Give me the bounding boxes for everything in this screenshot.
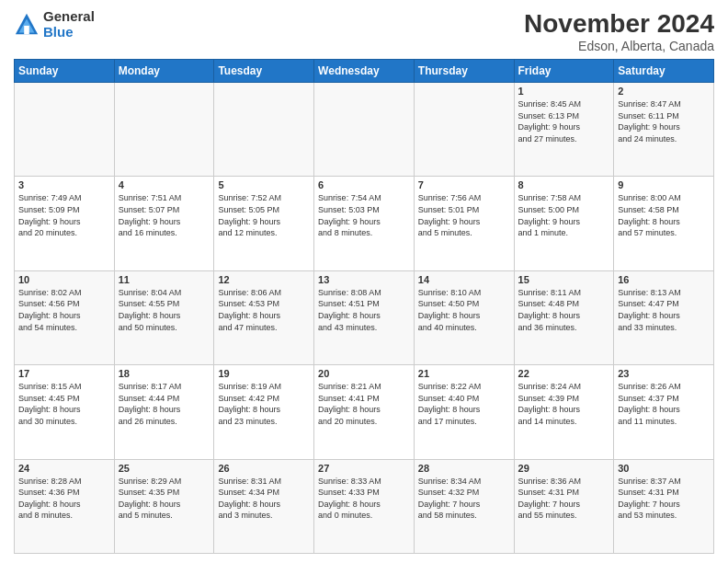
day-number: 13: [318, 274, 410, 285]
day-number: 26: [218, 463, 310, 474]
day-cell: 1Sunrise: 8:45 AM Sunset: 6:13 PM Daylig…: [514, 83, 614, 177]
day-cell: 30Sunrise: 8:37 AM Sunset: 4:31 PM Dayli…: [614, 459, 714, 553]
day-number: 27: [318, 463, 410, 474]
day-number: 29: [518, 463, 610, 474]
day-cell: 10Sunrise: 8:02 AM Sunset: 4:56 PM Dayli…: [15, 270, 115, 364]
day-cell: 15Sunrise: 8:11 AM Sunset: 4:48 PM Dayli…: [514, 270, 614, 364]
day-number: 17: [18, 368, 110, 379]
day-info: Sunrise: 8:31 AM Sunset: 4:34 PM Dayligh…: [218, 476, 310, 522]
day-info: Sunrise: 7:49 AM Sunset: 5:09 PM Dayligh…: [18, 192, 110, 238]
week-row-5: 24Sunrise: 8:28 AM Sunset: 4:36 PM Dayli…: [15, 459, 714, 553]
day-number: 20: [318, 368, 410, 379]
day-number: 30: [618, 463, 710, 474]
logo-icon: [14, 12, 40, 38]
day-cell: 16Sunrise: 8:13 AM Sunset: 4:47 PM Dayli…: [614, 270, 714, 364]
day-cell: 21Sunrise: 8:22 AM Sunset: 4:40 PM Dayli…: [414, 365, 514, 459]
page: General Blue November 2024 Edson, Albert…: [0, 0, 728, 563]
day-info: Sunrise: 8:19 AM Sunset: 4:42 PM Dayligh…: [218, 381, 310, 427]
day-number: 8: [518, 179, 610, 190]
day-info: Sunrise: 8:47 AM Sunset: 6:11 PM Dayligh…: [618, 98, 710, 144]
day-number: 16: [618, 274, 710, 285]
day-info: Sunrise: 8:04 AM Sunset: 4:55 PM Dayligh…: [119, 287, 210, 333]
day-cell: [214, 83, 314, 177]
weekday-friday: Friday: [514, 60, 614, 83]
day-cell: 17Sunrise: 8:15 AM Sunset: 4:45 PM Dayli…: [15, 365, 115, 459]
day-info: Sunrise: 8:10 AM Sunset: 4:50 PM Dayligh…: [418, 287, 510, 333]
day-info: Sunrise: 8:22 AM Sunset: 4:40 PM Dayligh…: [418, 381, 510, 427]
day-info: Sunrise: 8:02 AM Sunset: 4:56 PM Dayligh…: [18, 287, 110, 333]
weekday-wednesday: Wednesday: [314, 60, 415, 83]
calendar: SundayMondayTuesdayWednesdayThursdayFrid…: [14, 59, 714, 554]
day-number: 21: [418, 368, 510, 379]
day-info: Sunrise: 8:06 AM Sunset: 4:53 PM Dayligh…: [218, 287, 310, 333]
day-info: Sunrise: 8:45 AM Sunset: 6:13 PM Dayligh…: [518, 98, 610, 144]
day-info: Sunrise: 8:15 AM Sunset: 4:45 PM Dayligh…: [18, 381, 110, 427]
day-number: 4: [119, 179, 210, 190]
day-number: 10: [18, 274, 110, 285]
day-number: 23: [618, 368, 710, 379]
calendar-table: SundayMondayTuesdayWednesdayThursdayFrid…: [14, 59, 714, 554]
day-cell: 2Sunrise: 8:47 AM Sunset: 6:11 PM Daylig…: [614, 83, 714, 177]
week-row-3: 10Sunrise: 8:02 AM Sunset: 4:56 PM Dayli…: [15, 270, 714, 364]
day-cell: 9Sunrise: 8:00 AM Sunset: 4:58 PM Daylig…: [614, 177, 714, 270]
day-info: Sunrise: 7:56 AM Sunset: 5:01 PM Dayligh…: [418, 192, 510, 238]
day-number: 2: [618, 86, 710, 97]
weekday-monday: Monday: [114, 60, 214, 83]
logo-text: General Blue: [43, 9, 95, 40]
day-number: 18: [119, 368, 210, 379]
day-cell: 12Sunrise: 8:06 AM Sunset: 4:53 PM Dayli…: [214, 270, 314, 364]
day-info: Sunrise: 7:58 AM Sunset: 5:00 PM Dayligh…: [518, 192, 610, 238]
weekday-sunday: Sunday: [15, 60, 115, 83]
day-info: Sunrise: 8:37 AM Sunset: 4:31 PM Dayligh…: [618, 476, 710, 522]
day-number: 22: [518, 368, 610, 379]
day-cell: 7Sunrise: 7:56 AM Sunset: 5:01 PM Daylig…: [414, 177, 514, 270]
day-cell: 5Sunrise: 7:52 AM Sunset: 5:05 PM Daylig…: [214, 177, 314, 270]
day-cell: 27Sunrise: 8:33 AM Sunset: 4:33 PM Dayli…: [314, 459, 415, 553]
day-number: 11: [119, 274, 210, 285]
calendar-body: 1Sunrise: 8:45 AM Sunset: 6:13 PM Daylig…: [15, 83, 714, 554]
weekday-saturday: Saturday: [614, 60, 714, 83]
day-number: 28: [418, 463, 510, 474]
day-info: Sunrise: 8:17 AM Sunset: 4:44 PM Dayligh…: [119, 381, 210, 427]
day-cell: 13Sunrise: 8:08 AM Sunset: 4:51 PM Dayli…: [314, 270, 415, 364]
calendar-header: SundayMondayTuesdayWednesdayThursdayFrid…: [15, 60, 714, 83]
day-cell: [414, 83, 514, 177]
day-cell: 14Sunrise: 8:10 AM Sunset: 4:50 PM Dayli…: [414, 270, 514, 364]
day-number: 5: [218, 179, 310, 190]
weekday-tuesday: Tuesday: [214, 60, 314, 83]
week-row-4: 17Sunrise: 8:15 AM Sunset: 4:45 PM Dayli…: [15, 365, 714, 459]
day-info: Sunrise: 8:24 AM Sunset: 4:39 PM Dayligh…: [518, 381, 610, 427]
day-cell: 11Sunrise: 8:04 AM Sunset: 4:55 PM Dayli…: [114, 270, 214, 364]
weekday-row: SundayMondayTuesdayWednesdayThursdayFrid…: [15, 60, 714, 83]
day-cell: 22Sunrise: 8:24 AM Sunset: 4:39 PM Dayli…: [514, 365, 614, 459]
location: Edson, Alberta, Canada: [524, 39, 714, 53]
day-number: 19: [218, 368, 310, 379]
day-number: 1: [518, 86, 610, 97]
day-info: Sunrise: 8:28 AM Sunset: 4:36 PM Dayligh…: [18, 476, 110, 522]
week-row-2: 3Sunrise: 7:49 AM Sunset: 5:09 PM Daylig…: [15, 177, 714, 270]
day-cell: 25Sunrise: 8:29 AM Sunset: 4:35 PM Dayli…: [114, 459, 214, 553]
svg-rect-2: [24, 25, 29, 33]
day-info: Sunrise: 8:34 AM Sunset: 4:32 PM Dayligh…: [418, 476, 510, 522]
day-cell: 23Sunrise: 8:26 AM Sunset: 4:37 PM Dayli…: [614, 365, 714, 459]
day-info: Sunrise: 8:08 AM Sunset: 4:51 PM Dayligh…: [318, 287, 410, 333]
day-number: 14: [418, 274, 510, 285]
day-cell: 28Sunrise: 8:34 AM Sunset: 4:32 PM Dayli…: [414, 459, 514, 553]
day-cell: 6Sunrise: 7:54 AM Sunset: 5:03 PM Daylig…: [314, 177, 415, 270]
title-area: November 2024 Edson, Alberta, Canada: [524, 9, 714, 53]
day-number: 6: [318, 179, 410, 190]
weekday-thursday: Thursday: [414, 60, 514, 83]
day-cell: [114, 83, 214, 177]
day-info: Sunrise: 7:54 AM Sunset: 5:03 PM Dayligh…: [318, 192, 410, 238]
day-cell: 3Sunrise: 7:49 AM Sunset: 5:09 PM Daylig…: [15, 177, 115, 270]
day-number: 25: [119, 463, 210, 474]
day-cell: 20Sunrise: 8:21 AM Sunset: 4:41 PM Dayli…: [314, 365, 415, 459]
day-cell: 29Sunrise: 8:36 AM Sunset: 4:31 PM Dayli…: [514, 459, 614, 553]
day-cell: 19Sunrise: 8:19 AM Sunset: 4:42 PM Dayli…: [214, 365, 314, 459]
day-info: Sunrise: 8:13 AM Sunset: 4:47 PM Dayligh…: [618, 287, 710, 333]
day-info: Sunrise: 8:00 AM Sunset: 4:58 PM Dayligh…: [618, 192, 710, 238]
day-cell: [314, 83, 415, 177]
day-number: 12: [218, 274, 310, 285]
day-cell: 18Sunrise: 8:17 AM Sunset: 4:44 PM Dayli…: [114, 365, 214, 459]
day-info: Sunrise: 7:52 AM Sunset: 5:05 PM Dayligh…: [218, 192, 310, 238]
